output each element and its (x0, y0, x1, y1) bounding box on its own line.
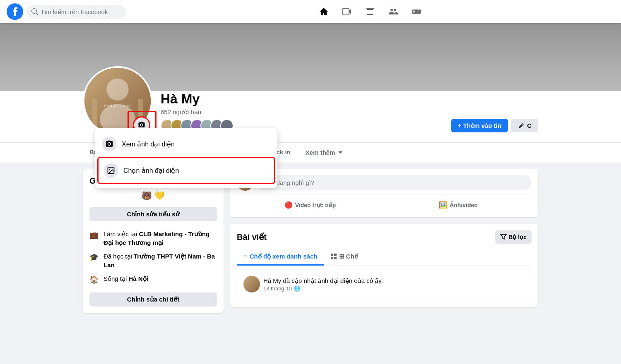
camera-icon (138, 121, 145, 129)
svg-point-8 (141, 124, 143, 126)
post-actions: 🔴 Video trực tiếp 🖼️ Ảnh/video (237, 194, 532, 212)
dropdown-menu: Xem ảnh đại diện Chọn ảnh đại diện (95, 128, 277, 188)
post-time: 13 tháng 10 🌐 (263, 285, 525, 292)
edit-profile-button[interactable]: C (511, 119, 538, 132)
grid-icon (331, 254, 337, 259)
nav-marketplace-button[interactable] (360, 2, 380, 22)
friends-icon (388, 7, 398, 17)
add-to-story-button[interactable]: + Thêm vào tin (451, 119, 508, 132)
right-column: 🔴 Video trực tiếp 🖼️ Ảnh/video Bài viết … (230, 169, 538, 363)
post-header: Hà My đã cập nhật ảnh đại diện của cô ấy… (243, 276, 525, 292)
emoji-row: 🐻 💛 (89, 191, 217, 201)
nav-friends-button[interactable] (383, 2, 403, 22)
tab-more[interactable]: Xem thêm (299, 143, 350, 163)
list-label: Chế độ xem danh sách (250, 253, 318, 260)
emoji-bear: 🐻 (142, 191, 152, 200)
post-action-detail: đã cập nhật ảnh đại diện của cô ấy. (283, 277, 383, 284)
filter-icon (500, 234, 507, 240)
svg-rect-13 (334, 254, 337, 256)
post-author-name: Hà My đã cập nhật ảnh đại diện của cô ấy… (263, 277, 525, 285)
image-icon (107, 166, 115, 175)
graduation-icon: 🎓 (89, 253, 99, 262)
work-prefix: Làm việc tại (104, 230, 139, 237)
filter-button[interactable]: Bộ lọc (495, 230, 532, 244)
edit-icon (518, 122, 525, 129)
friend-count: 652 người bạn (161, 108, 451, 116)
edu-item: 🎓 Đã học tại Trường THPT Việt Nam - Ba L… (89, 252, 217, 269)
svg-rect-12 (331, 254, 333, 256)
home-bio-icon: 🏠 (89, 275, 99, 284)
post-meta: Hà My đã cập nhật ảnh đại diện của cô ấy… (263, 277, 525, 292)
search-input[interactable] (41, 8, 121, 15)
live-name: Hà Nội (129, 275, 148, 282)
globe-icon: 🌐 (294, 285, 300, 292)
search-bar[interactable] (26, 5, 126, 19)
svg-rect-15 (334, 257, 337, 259)
chevron-down-icon (337, 149, 344, 156)
search-icon (31, 8, 38, 15)
filter-label: Bộ lọc (508, 234, 527, 240)
photo-label: Ảnh/video (450, 202, 478, 208)
posts-title: Bài viết (237, 232, 267, 242)
briefcase-icon: 💼 (89, 230, 99, 239)
video-icon (342, 7, 352, 17)
svg-text:BAN TO CHUC: BAN TO CHUC (104, 103, 131, 108)
live-icon: 🔴 (284, 201, 293, 209)
tab-more-label: Xem thêm (306, 149, 335, 156)
choose-photo-label: Chọn ảnh đại diện (123, 167, 179, 175)
view-tabs: ≡ Chế độ xem danh sách ⊞ Chế (237, 249, 532, 266)
svg-point-11 (109, 169, 111, 170)
svg-point-3 (106, 79, 128, 101)
gaming-icon (412, 7, 421, 17)
svg-point-9 (108, 143, 111, 145)
nav-watch-button[interactable] (337, 2, 357, 22)
live-text: Sống tại Hà Nội (104, 274, 148, 283)
work-item: 💼 Làm việc tại CLB Marketing - Trường Đạ… (89, 230, 217, 247)
home-icon (319, 7, 329, 17)
choose-photo-icon (104, 163, 118, 178)
list-view-tab[interactable]: ≡ Chế độ xem danh sách (237, 249, 324, 266)
view-photo-label: Xem ảnh đại diện (122, 140, 175, 148)
live-video-button[interactable]: 🔴 Video trực tiếp (237, 198, 383, 212)
profile-tabs: Bài viết Giới thiệu Bạn bè Ảnh Video Che… (0, 142, 621, 163)
live-prefix: Sống tại (104, 275, 129, 282)
left-column: Giới thiệu 🐻 💛 Chỉnh sửa tiểu sử 💼 Làm v… (83, 169, 224, 363)
edit-bio-button[interactable]: Chỉnh sửa tiểu sử (89, 207, 217, 221)
profile-section: BAN TO CHUC Hà My 652 người bạn (0, 0, 621, 163)
posts-card: Bài viết Bộ lọc ≡ Chế độ xem danh sách (230, 224, 538, 307)
svg-rect-1 (343, 8, 349, 15)
post-item: Hà My đã cập nhật ảnh đại diện của cô ấy… (237, 271, 532, 301)
author-name-text[interactable]: Hà My (263, 277, 281, 284)
view-photo-icon (102, 136, 117, 151)
post-input-field[interactable] (257, 175, 532, 190)
post-action-text: đã cập nhật ảnh đại diện của cô ấy. (283, 277, 383, 284)
nav-gaming-button[interactable] (407, 2, 426, 22)
nav-icons (126, 2, 614, 22)
list-icon: ≡ (243, 253, 247, 260)
svg-rect-14 (331, 257, 333, 259)
intro-card: Giới thiệu 🐻 💛 Chỉnh sửa tiểu sử 💼 Làm v… (83, 169, 224, 313)
edit-detail-button[interactable]: Chỉnh sửa chi tiết (89, 292, 217, 307)
avatar-wrapper: BAN TO CHUC (83, 66, 152, 136)
edu-text: Đã học tại Trường THPT Việt Nam - Ba Lan (104, 252, 217, 269)
dropdown-item-choose-photo[interactable]: Chọn ảnh đại diện (99, 158, 274, 183)
posts-header: Bài viết Bộ lọc (237, 230, 532, 244)
emoji-heart: 💛 (154, 191, 165, 200)
marketplace-icon (365, 7, 375, 17)
grid-view-tab[interactable]: ⊞ Chế (324, 249, 365, 266)
edu-prefix: Đã học tại (104, 253, 134, 260)
profile-name: Hà My (161, 91, 451, 107)
photo-video-button[interactable]: 🖼️ Ảnh/video (385, 198, 532, 212)
post-time-text: 13 tháng 10 (263, 285, 292, 292)
top-navigation (0, 0, 621, 23)
grid-label: ⊞ Chế (339, 253, 358, 260)
post-author-avatar (243, 276, 260, 292)
live-label: Video trực tiếp (295, 202, 336, 208)
work-text: Làm việc tại CLB Marketing - Trường Đại … (104, 230, 217, 247)
live-item: 🏠 Sống tại Hà Nội (89, 274, 217, 284)
profile-info-row: BAN TO CHUC Hà My 652 người bạn (0, 91, 621, 142)
content-area: Giới thiệu 🐻 💛 Chỉnh sửa tiểu sử 💼 Làm v… (0, 163, 621, 364)
nav-home-button[interactable] (314, 2, 334, 22)
profile-actions: + Thêm vào tin C (451, 119, 538, 136)
dropdown-item-view-photo[interactable]: Xem ảnh đại diện (95, 132, 277, 156)
